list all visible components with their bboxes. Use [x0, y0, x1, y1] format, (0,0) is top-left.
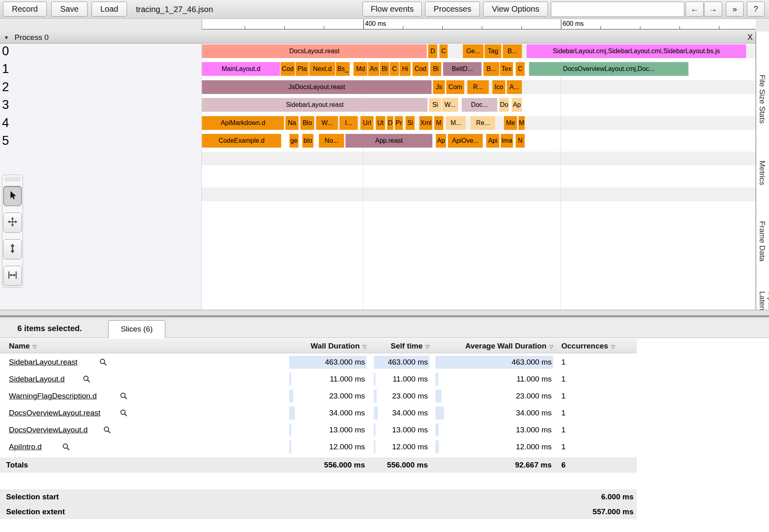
column-header-self-time[interactable]: Self time▽: [374, 339, 429, 354]
magnifier-icon[interactable]: [62, 443, 70, 453]
slice-name-link[interactable]: DocsOverviewLayout.reast: [9, 405, 100, 421]
select-tool-button[interactable]: [3, 186, 22, 206]
trace-slice[interactable]: Do: [499, 98, 509, 112]
trace-slice[interactable]: Na: [285, 116, 299, 130]
slice-name-link[interactable]: WarningFlagDescription.d: [9, 388, 97, 405]
trace-slice[interactable]: Tex: [500, 62, 513, 76]
save-button[interactable]: Save: [51, 2, 88, 17]
timing-selection-tool-button[interactable]: [3, 266, 22, 286]
trace-slice[interactable]: Tag: [484, 44, 502, 58]
view-options-button[interactable]: View Options: [483, 2, 548, 17]
flow-events-button[interactable]: Flow events: [363, 2, 422, 17]
trace-slice[interactable]: Md: [353, 62, 368, 76]
collapse-triangle-icon[interactable]: ▾: [5, 31, 8, 43]
pan-tool-button[interactable]: [3, 213, 22, 233]
trace-slice[interactable]: C: [515, 62, 525, 76]
trace-slice[interactable]: C: [390, 62, 399, 76]
help-button[interactable]: ?: [747, 2, 765, 17]
slice-name-link[interactable]: ApiIntro.d: [9, 438, 42, 455]
close-process-button[interactable]: X: [744, 31, 756, 43]
trace-slice[interactable]: Bs_: [336, 62, 350, 76]
trace-slice[interactable]: Hi: [399, 62, 411, 76]
trace-slice[interactable]: M...: [446, 116, 466, 130]
trace-slice[interactable]: JsDocsLayout.reast: [202, 80, 432, 94]
trace-slice[interactable]: Cod: [412, 62, 429, 76]
trace-slice[interactable]: Cod: [280, 62, 295, 76]
slice-name-link[interactable]: DocsOverviewLayout.d: [9, 421, 88, 438]
trace-slice[interactable]: Blo: [300, 116, 315, 130]
trace-slice[interactable]: Me: [504, 116, 517, 130]
trace-slice[interactable]: Bl: [379, 62, 390, 76]
search-input[interactable]: [551, 2, 684, 17]
load-button[interactable]: Load: [92, 2, 127, 17]
slice-name-link[interactable]: SidebarLayout.d: [9, 371, 65, 388]
process-header[interactable]: ▾ Process 0 X: [0, 31, 756, 44]
find-next-button[interactable]: →: [704, 2, 722, 17]
processes-button[interactable]: Processes: [425, 2, 480, 17]
trace-slice[interactable]: BeltD...: [443, 62, 482, 76]
trace-slice[interactable]: An: [368, 62, 379, 76]
trace-slice[interactable]: ApiMarkdown.d: [202, 116, 284, 130]
trace-slice[interactable]: SidebarLayout.reast: [202, 98, 428, 112]
trace-slice[interactable]: Xml: [419, 116, 433, 130]
tab-frame-data[interactable]: Frame Data: [758, 221, 767, 261]
tab-input-latency[interactable]: Input Latency: [758, 291, 769, 310]
trace-slice[interactable]: Ico: [492, 80, 506, 94]
trace-slice[interactable]: Si: [405, 116, 415, 130]
vertical-zoom-tool-button[interactable]: [3, 239, 22, 259]
tab-metrics[interactable]: Metrics: [758, 161, 767, 185]
trace-slice[interactable]: Url: [360, 116, 374, 130]
trace-slice[interactable]: Ut: [375, 116, 386, 130]
magnifier-icon[interactable]: [103, 426, 111, 436]
trace-slice[interactable]: R...: [467, 80, 489, 94]
trace-slice[interactable]: B...: [502, 44, 522, 58]
trace-slice[interactable]: CodeExample.d: [202, 134, 281, 148]
trace-slice[interactable]: Si: [429, 98, 442, 112]
trace-slice[interactable]: A...: [506, 80, 522, 94]
trace-slice[interactable]: M: [434, 116, 444, 130]
trace-slice[interactable]: blo: [302, 134, 314, 148]
trace-slice[interactable]: N: [515, 134, 525, 148]
trace-slice[interactable]: App.reast: [345, 134, 433, 148]
column-header-name[interactable]: Name▽: [9, 339, 37, 354]
trace-slice[interactable]: Next.d: [309, 62, 336, 76]
column-header-average-wall-duration[interactable]: Average Wall Duration▽: [436, 339, 553, 354]
trace-slice[interactable]: M: [518, 116, 525, 130]
trace-slice[interactable]: Doc...: [461, 98, 498, 112]
trace-slice[interactable]: Pla: [295, 62, 309, 76]
trace-slice[interactable]: D: [428, 44, 438, 58]
trace-slice[interactable]: Ap: [436, 134, 446, 148]
trace-slice[interactable]: D: [387, 116, 394, 130]
trace-slice[interactable]: ApiOve...: [448, 134, 483, 148]
trace-slice[interactable]: DocsOverviewLayout.cmj,Doc...: [529, 62, 689, 76]
magnifier-icon[interactable]: [120, 409, 128, 419]
tab-file-size-stats[interactable]: File Size Stats: [758, 75, 767, 123]
trace-slice[interactable]: B...: [483, 62, 500, 76]
find-previous-button[interactable]: ←: [686, 2, 704, 17]
column-header-wall-duration[interactable]: Wall Duration▽: [289, 339, 367, 354]
trace-slice[interactable]: ge: [289, 134, 299, 148]
trace-slice[interactable]: Js: [433, 80, 445, 94]
trace-slice[interactable]: W...: [316, 116, 338, 130]
trace-slice[interactable]: Bl: [430, 62, 442, 76]
column-header-occurrences[interactable]: Occurrences▽: [561, 339, 615, 354]
palette-drag-handle[interactable]: [4, 177, 21, 182]
trace-slice[interactable]: Ima: [500, 134, 513, 148]
trace-slice[interactable]: Api: [486, 134, 500, 148]
trace-slice[interactable]: SidebarLayout.cmj,SidebarLayout.cmi,Side…: [526, 44, 746, 58]
trace-slice[interactable]: Ge...: [463, 44, 484, 58]
trace-slice[interactable]: Com: [446, 80, 465, 94]
slice-name-link[interactable]: SidebarLayout.reast: [9, 354, 77, 371]
trace-slice[interactable]: MainLayout.d: [202, 62, 280, 76]
trace-slice[interactable]: Ap: [511, 98, 522, 112]
slices-tab[interactable]: Slices (6): [108, 320, 165, 338]
more-button[interactable]: »: [726, 2, 744, 17]
magnifier-icon[interactable]: [120, 392, 128, 402]
trace-slice[interactable]: DocsLayout.reast: [202, 44, 427, 58]
magnifier-icon[interactable]: [83, 375, 91, 385]
trace-slice[interactable]: C: [439, 44, 448, 58]
trace-slice[interactable]: Pr: [394, 116, 403, 130]
magnifier-icon[interactable]: [99, 358, 107, 368]
trace-slice[interactable]: No...: [319, 134, 344, 148]
trace-slice[interactable]: I...: [339, 116, 358, 130]
